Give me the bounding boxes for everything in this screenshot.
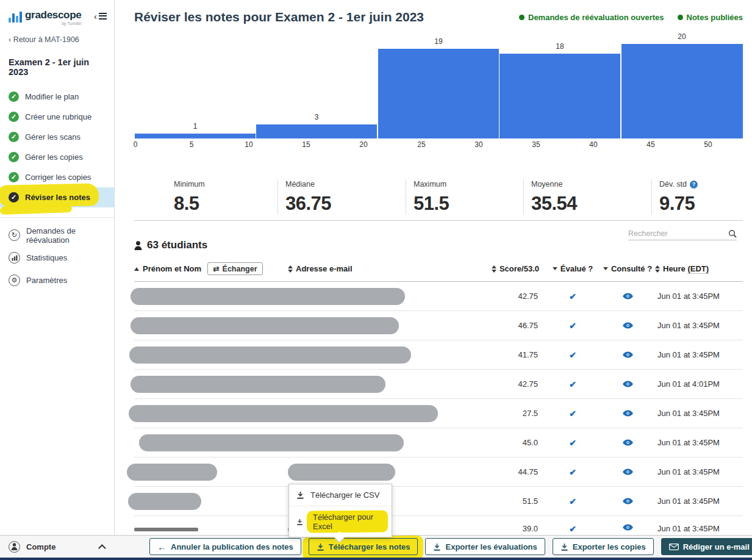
bar-value-label: 1 — [193, 122, 198, 131]
menu-icon — [99, 11, 107, 21]
divider — [0, 217, 114, 218]
logo[interactable]: gradescope by Turnitin ‹ — [0, 0, 114, 27]
stat-dev-std: Dév. std ? 9.75 — [651, 179, 743, 215]
table-row[interactable]: 41.75 ✔ Jun 01 at 3:45PM — [134, 340, 743, 370]
students-table: Prénom et Nom ⇄ Échanger Adresse e-mail … — [134, 259, 743, 532]
filter-caret-icon — [603, 267, 608, 270]
unpublish-grades-button[interactable]: ← Annuler la publication des notes — [149, 538, 301, 555]
students-count: 63 étudiants — [134, 239, 207, 251]
stats-row: Minimum 8.5 Médiane 36.75 Maximum 51.5 M… — [134, 179, 743, 221]
column-header-score[interactable]: Score/53.0 — [501, 264, 545, 273]
account-menu[interactable]: Compte — [0, 535, 115, 558]
x-axis-tick: 50 — [704, 140, 712, 149]
back-to-course-link[interactable]: ‹ Retour à MAT-1906 — [0, 27, 114, 44]
workflow-steps: ✓ Modifier le plan ✓ Créer une rubrique … — [0, 87, 114, 207]
table-row[interactable]: 46.75 ✔ Jun 01 at 3:45PM — [134, 311, 743, 340]
eye-icon[interactable] — [600, 468, 655, 475]
score-cell: 45.0 — [501, 438, 545, 447]
compose-email-button[interactable]: Rédiger un e-mail pour les étudiants — [661, 538, 752, 555]
eye-icon[interactable] — [600, 351, 655, 358]
column-header-email[interactable]: Adresse e-mail — [288, 264, 501, 273]
swap-icon: ⇄ — [213, 264, 219, 273]
green-dot-icon — [519, 15, 525, 20]
sidebar-item-modifier-le-plan[interactable]: ✓ Modifier le plan — [0, 87, 114, 107]
account-icon — [9, 541, 20, 553]
column-header-name[interactable]: Prénom et Nom ⇄ Échanger — [134, 262, 288, 275]
sidebar-item-demandes-de-reevaluation[interactable]: ↻ Demandes de réévaluation — [0, 224, 114, 246]
redacted-name-email — [139, 434, 404, 451]
sidebar-item-gerer-les-copies[interactable]: ✓ Gérer les copies — [0, 147, 114, 167]
x-axis-tick: 5 — [190, 140, 194, 149]
eye-icon[interactable] — [600, 498, 655, 504]
histogram-bar — [256, 124, 377, 138]
chevron-up-icon — [98, 544, 106, 552]
column-header-viewed[interactable]: Consulté ? — [600, 264, 655, 273]
main-content: Réviser les notes pour Examen 2 - 1er ju… — [115, 0, 752, 535]
download-grades-button[interactable]: Télécharger les notes — [309, 538, 418, 555]
bar-value-label: 3 — [315, 113, 319, 121]
check-circle-icon: ✓ — [9, 132, 19, 142]
time-cell: Jun 01 at 3:45PM — [655, 497, 743, 506]
badge-regrade-requests-open[interactable]: Demandes de réévaluation ouvertes — [519, 13, 664, 22]
arrow-left-icon: ← — [157, 542, 167, 551]
evaluated-check-icon: ✔ — [545, 524, 600, 532]
export-evaluations-button[interactable]: Exporter les évaluations — [425, 538, 545, 555]
sidebar-collapse-button[interactable]: ‹ — [94, 11, 107, 21]
menu-item-download-excel[interactable]: Télécharger pour Excel — [289, 506, 392, 537]
time-cell: Jun 01 at 3:45PM — [655, 350, 743, 359]
download-icon — [296, 518, 303, 526]
eye-icon[interactable] — [600, 439, 655, 446]
check-circle-icon: ✓ — [9, 172, 19, 182]
table-row-partial[interactable]: 39.0 ✔ Jun 01 at 3:45PM — [134, 516, 743, 532]
stat-mediane: Médiane 36.75 — [278, 179, 406, 215]
column-header-evaluated[interactable]: Évalué ? — [545, 264, 600, 273]
swap-name-order-button[interactable]: ⇄ Échanger — [207, 262, 262, 275]
gradescope-logo-icon — [9, 12, 22, 23]
badge-grades-published[interactable]: Notes publiées — [678, 13, 743, 22]
sidebar: gradescope by Turnitin ‹ ‹ Retour à MAT-… — [0, 0, 115, 535]
sidebar-item-creer-une-rubrique[interactable]: ✓ Créer une rubrique — [0, 107, 114, 127]
table-row[interactable]: 51.5 ✔ Jun 01 at 3:45PM — [134, 487, 743, 516]
eye-icon[interactable] — [600, 410, 655, 417]
sidebar-item-parametres[interactable]: ⚙ Paramètres — [0, 269, 114, 292]
score-cell: 44.75 — [501, 467, 545, 476]
check-circle-icon: ✓ — [9, 92, 19, 102]
chevron-left-icon: ‹ — [9, 35, 13, 44]
score-histogram: 1 3 19 18 20 0 5 10 15 20 25 30 35 40 45… — [134, 30, 743, 149]
evaluated-check-icon: ✔ — [545, 438, 600, 448]
bar-value-label: 18 — [556, 42, 564, 51]
export-submissions-button[interactable]: Exporter les copies — [553, 538, 654, 555]
search-icon[interactable] — [728, 229, 737, 238]
score-cell: 42.75 — [501, 292, 545, 301]
sidebar-item-statistiques[interactable]: Statistiques — [0, 246, 114, 269]
eye-icon[interactable] — [600, 293, 655, 300]
stat-minimum: Minimum 8.5 — [134, 179, 278, 215]
check-circle-icon: ✓ — [9, 112, 19, 122]
sidebar-item-gerer-les-scans[interactable]: ✓ Gérer les scans — [0, 127, 114, 147]
download-icon — [317, 543, 324, 551]
help-icon[interactable]: ? — [690, 181, 698, 188]
eye-icon[interactable] — [600, 381, 655, 387]
person-icon — [134, 241, 142, 250]
table-row[interactable]: 42.75 ✔ Jun 01 at 4:01PM — [134, 370, 743, 399]
table-row[interactable]: 27.5 ✔ Jun 01 at 3:45PM — [134, 399, 743, 428]
envelope-icon — [669, 544, 679, 550]
chevron-left-icon: ‹ — [94, 12, 97, 21]
bottom-strip — [0, 558, 752, 560]
eye-icon[interactable] — [600, 524, 655, 531]
column-header-time[interactable]: Heure (EDT) — [655, 264, 743, 274]
table-row[interactable]: 42.75 ✔ Jun 01 at 3:45PM — [134, 282, 743, 311]
table-row[interactable]: 44.75 ✔ Jun 01 at 3:45PM — [134, 458, 743, 487]
score-cell: 51.5 — [501, 497, 545, 506]
menu-item-download-csv[interactable]: Télécharger le CSV — [289, 484, 392, 506]
table-row[interactable]: 45.0 ✔ Jun 01 at 3:45PM — [134, 428, 743, 458]
time-cell: Jun 01 at 3:45PM — [655, 524, 743, 532]
evaluated-check-icon: ✔ — [545, 497, 600, 506]
sidebar-item-reviser-les-notes[interactable]: ✓ Réviser les notes — [0, 187, 114, 207]
score-cell: 41.75 — [501, 350, 545, 359]
search-input[interactable] — [628, 229, 728, 238]
evaluated-check-icon: ✔ — [545, 350, 600, 360]
evaluated-check-icon: ✔ — [545, 467, 600, 477]
eye-icon[interactable] — [600, 322, 655, 329]
download-icon — [560, 543, 568, 551]
